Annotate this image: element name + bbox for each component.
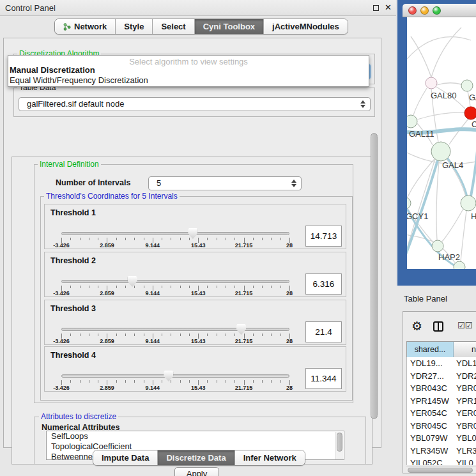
network-edge[interactable] — [437, 83, 461, 85]
bottom-tab-label: Discretize Data — [166, 453, 226, 463]
table-row[interactable]: YDL19...YDL1 — [407, 357, 476, 370]
network-canvas[interactable]: GAL80GALGAL11CGAL4GCY1HHAP2 — [407, 17, 476, 269]
attr-list-scrollbar[interactable] — [335, 432, 343, 460]
hscroll-thumb[interactable] — [408, 468, 473, 473]
network-edge[interactable] — [461, 211, 466, 261]
column-header-shared[interactable]: shared... — [407, 342, 454, 357]
minimize-traffic-light[interactable] — [420, 6, 429, 15]
table-row[interactable]: YLR345WYLR3 — [407, 445, 476, 457]
tab-cyni-toolbox[interactable]: Cyni Toolbox — [195, 19, 264, 34]
node-label-c: C — [472, 119, 476, 129]
node-label-gal11: GAL11 — [409, 129, 434, 139]
threshold-label: Threshold 4 — [50, 351, 96, 360]
network-window-titlebar — [403, 4, 476, 17]
bottom-tab-bar: Impute DataDiscretize DataInfer Network — [93, 450, 305, 466]
table-row[interactable]: YPR145WYPR1 — [407, 395, 476, 408]
table-data-select[interactable]: galFiltered.sif default node — [19, 97, 371, 111]
control-panel: Control Panel ✕ NetworkStyleSelectCyni T… — [0, 0, 396, 476]
zoom-traffic-light[interactable] — [433, 6, 441, 15]
table-header-row: shared... na — [406, 341, 476, 357]
checkbox-checked-icon[interactable]: ☑☑ — [457, 321, 472, 330]
bottom-tab-infer-network[interactable]: Infer Network — [235, 450, 305, 465]
table-data-value: galFiltered.sif default node — [27, 99, 124, 109]
threshold-panel-3: Threshold 3-3.4262.8599.14415.4321.71528 — [44, 300, 346, 345]
top-tab-bar: NetworkStyleSelectCyni ToolboxjActiveMNo… — [54, 19, 348, 35]
table-panel-title: Table Panel — [404, 294, 447, 303]
selected-red-node[interactable] — [464, 107, 476, 119]
threshold-value-field[interactable] — [305, 273, 342, 295]
table-row[interactable]: YDR27...YDR2 — [407, 370, 476, 383]
float-window-icon[interactable] — [373, 5, 379, 11]
cell-shared-name: YDR27... — [410, 370, 444, 383]
close-icon[interactable]: ✕ — [385, 3, 392, 12]
num-intervals-value: 5 — [157, 178, 161, 188]
network-edge[interactable] — [413, 88, 427, 115]
node-label-h: H — [471, 211, 476, 221]
network-edge[interactable] — [442, 209, 463, 242]
table-panel: Table Panel ⚙ ☑☑ shared... na YDL19...YD… — [396, 286, 476, 476]
popup-item-equal-width[interactable]: Equal Width/Frequency Discretization — [10, 75, 148, 85]
threshold-label: Threshold 2 — [50, 256, 96, 265]
bottom-tab-impute-data[interactable]: Impute Data — [93, 450, 158, 465]
slider-tick-labels: -3.4262.8599.14415.4321.71528 — [61, 290, 289, 297]
cyni-toolbox-page: Discretization Algorithm Table Data galF… — [3, 38, 381, 448]
tab-label: Select — [161, 22, 185, 31]
network-view-window: GAL80GALGAL11CGAL4GCY1HHAP2 — [397, 0, 476, 286]
threshold-value-field[interactable] — [305, 321, 342, 342]
split-column-icon[interactable] — [433, 321, 443, 332]
tab-style[interactable]: Style — [116, 19, 153, 34]
table-row[interactable]: YER054CYER0 — [407, 407, 476, 420]
table-row[interactable]: YIL052CYIL0 — [407, 457, 476, 465]
table-hscrollbar[interactable] — [406, 466, 476, 473]
attribute-item[interactable]: SelfLoops — [47, 431, 344, 441]
GAL80-node[interactable] — [426, 77, 437, 89]
popup-item-manual-discretization[interactable]: Manual Discretization — [10, 65, 95, 75]
table-row[interactable]: YBR045CYBR0 — [407, 420, 476, 433]
top-right-node[interactable] — [461, 80, 473, 91]
cell-shared-name: YBR043C — [410, 382, 447, 395]
threshold-slider-track[interactable] — [61, 280, 289, 283]
threshold-panel-4: Threshold 4-3.4262.8599.14415.4321.71528 — [44, 346, 346, 392]
close-traffic-light[interactable] — [408, 6, 417, 15]
tab-network[interactable]: Network — [55, 19, 116, 34]
table-body[interactable]: YDL19...YDL1YDR27...YDR2YBR043CYBR0YPR14… — [406, 357, 476, 465]
cell-name: YDL1 — [456, 357, 476, 370]
network-edge[interactable] — [431, 27, 461, 77]
tab-jactivemnodules[interactable]: jActiveMNodules — [264, 19, 348, 34]
cell-shared-name: YPR145W — [410, 395, 449, 408]
threshold-slider-track[interactable] — [61, 328, 289, 331]
column-header-name[interactable]: na — [454, 342, 476, 357]
cell-name: YBR0 — [456, 420, 476, 433]
GAL4-node[interactable] — [431, 142, 450, 161]
threshold-slider-track[interactable] — [61, 232, 289, 235]
network-edge[interactable] — [436, 161, 439, 240]
bottom-tab-discretize-data[interactable]: Discretize Data — [158, 450, 234, 465]
gear-icon[interactable]: ⚙ — [411, 320, 422, 332]
cell-name: YIL0 — [456, 457, 473, 465]
HAP2-node[interactable] — [432, 240, 443, 252]
bottom-node[interactable] — [454, 261, 465, 269]
tab-select[interactable]: Select — [153, 19, 194, 34]
cell-shared-name: YER054C — [410, 407, 447, 420]
threshold-value-field[interactable] — [305, 226, 342, 247]
bottom-tab-label: Infer Network — [243, 453, 296, 463]
threshold-value-field[interactable] — [305, 368, 342, 389]
attr-scroll-thumb[interactable] — [337, 433, 342, 452]
num-intervals-label: Number of Intervals — [56, 178, 130, 187]
num-intervals-select[interactable]: 5 — [148, 176, 302, 190]
threshold-slider-track[interactable] — [61, 374, 289, 378]
GAL11-node[interactable] — [407, 115, 417, 128]
network-edge-highlighted[interactable] — [471, 135, 476, 196]
table-row[interactable]: YBR043CYBR0 — [407, 382, 476, 395]
main-scrollbar-thumb[interactable] — [371, 133, 378, 419]
apply-button[interactable]: Apply — [174, 467, 219, 476]
attributes-group-title: Attributes to discretize — [39, 412, 118, 421]
network-edge[interactable] — [407, 159, 434, 198]
threshold-label: Threshold 3 — [50, 304, 96, 313]
bottom-tab-label: Impute Data — [102, 453, 149, 463]
slider-tick-labels: -3.4262.8599.14415.4321.71528 — [61, 385, 289, 392]
network-edge[interactable] — [417, 112, 464, 119]
GCY1-node[interactable] — [407, 197, 411, 209]
H-node[interactable] — [461, 196, 476, 211]
table-row[interactable]: YBL079WYBL0 — [407, 432, 476, 445]
